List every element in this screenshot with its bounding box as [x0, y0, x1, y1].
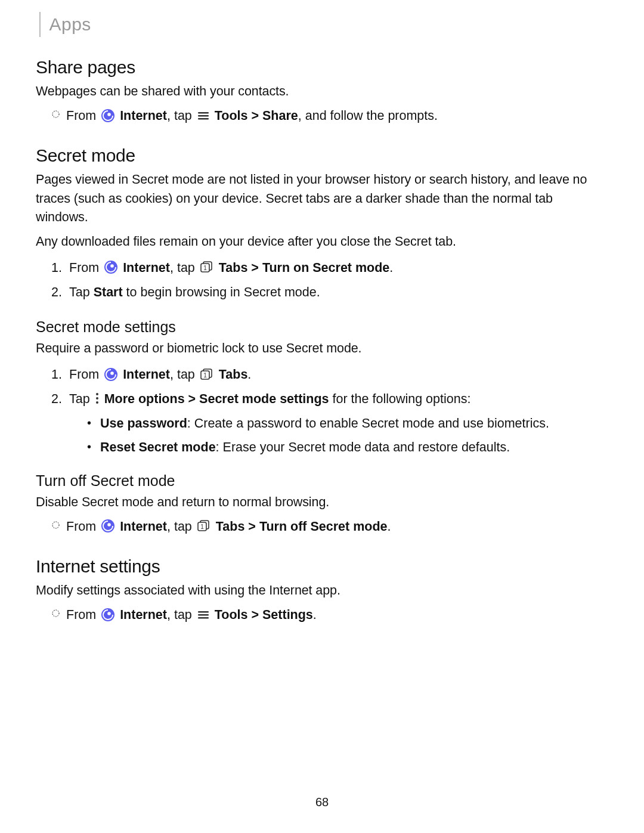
svg-point-18: [96, 401, 98, 404]
svg-rect-30: [198, 617, 209, 619]
hamburger-menu-icon: [197, 608, 210, 621]
internet-app-icon: [101, 519, 115, 533]
internet-app-icon: [104, 260, 118, 274]
step-text: From Internet, tap Tools > Share, and fo…: [66, 107, 438, 125]
secret-settings-steps: From Internet, tap 1 Tabs. Tap More opti…: [66, 364, 608, 456]
svg-rect-29: [198, 614, 209, 616]
secret-settings-intro: Require a password or biometric lock to …: [36, 339, 608, 358]
svg-rect-28: [198, 611, 209, 613]
manual-page: Apps Share pages Webpages can be shared …: [0, 0, 644, 833]
heading-secret-mode: Secret mode: [36, 145, 608, 166]
step-text: From Internet, tap 1 Tabs > Turn off Sec…: [66, 518, 391, 536]
svg-point-27: [107, 612, 111, 615]
svg-rect-5: [198, 118, 209, 120]
step-text: From Internet, tap Tools > Settings.: [66, 606, 317, 624]
list-item: Tap More options > Secret mode settings …: [66, 388, 608, 457]
tabs-icon: 1: [197, 519, 211, 532]
svg-point-25: [52, 610, 59, 617]
header-title: Apps: [49, 14, 91, 34]
svg-point-19: [52, 522, 59, 528]
secret-mode-p1: Pages viewed in Secret mode are not list…: [36, 171, 608, 227]
heading-share-pages: Share pages: [36, 57, 608, 78]
tabs-icon: 1: [200, 261, 214, 274]
hamburger-menu-icon: [197, 109, 210, 122]
secret-mode-p2: Any downloaded files remain on your devi…: [36, 233, 608, 251]
heading-internet-settings: Internet settings: [36, 556, 608, 577]
internet-app-icon: [101, 109, 115, 123]
svg-text:1: 1: [203, 265, 207, 271]
heading-secret-mode-settings: Secret mode settings: [36, 318, 608, 336]
svg-rect-4: [198, 115, 209, 117]
svg-point-16: [96, 393, 98, 395]
list-item: Use password: Create a password to enabl…: [87, 414, 608, 433]
turn-off-intro: Disable Secret mode and return to normal…: [36, 493, 608, 512]
tabs-icon: 1: [200, 368, 214, 381]
svg-point-17: [96, 397, 98, 400]
heading-turn-off-secret-mode: Turn off Secret mode: [36, 472, 608, 490]
internet-app-icon: [104, 367, 118, 382]
internet-settings-step: From Internet, tap Tools > Settings.: [51, 606, 608, 624]
dotted-circle-bullet-icon: [51, 110, 60, 119]
svg-text:1: 1: [200, 524, 204, 530]
svg-point-7: [110, 265, 114, 268]
list-item: From Internet, tap 1 Tabs.: [66, 364, 608, 386]
secret-settings-options: Use password: Create a password to enabl…: [87, 414, 608, 456]
list-item: Reset Secret mode: Erase your Secret mod…: [87, 438, 608, 457]
svg-point-21: [107, 523, 111, 527]
more-options-icon: [95, 392, 100, 405]
share-pages-step: From Internet, tap Tools > Share, and fo…: [51, 107, 608, 125]
svg-text:1: 1: [203, 372, 207, 379]
svg-point-0: [52, 111, 59, 117]
dotted-circle-bullet-icon: [51, 521, 60, 529]
share-pages-intro: Webpages can be shared with your contact…: [36, 82, 608, 101]
page-header: Apps: [36, 12, 608, 37]
internet-settings-intro: Modify settings associated with using th…: [36, 581, 608, 600]
svg-point-12: [110, 371, 114, 375]
turn-off-step: From Internet, tap 1 Tabs > Turn off Sec…: [51, 518, 608, 536]
page-number: 68: [0, 795, 644, 809]
secret-mode-steps: From Internet, tap 1 Tabs > Turn on Secr…: [66, 257, 608, 303]
internet-app-icon: [101, 608, 115, 622]
svg-point-2: [107, 113, 111, 116]
header-rule: [39, 12, 41, 37]
svg-rect-3: [198, 112, 209, 114]
list-item: From Internet, tap 1 Tabs > Turn on Secr…: [66, 257, 608, 279]
list-item: Tap Start to begin browsing in Secret mo…: [66, 281, 608, 304]
dotted-circle-bullet-icon: [51, 609, 60, 618]
